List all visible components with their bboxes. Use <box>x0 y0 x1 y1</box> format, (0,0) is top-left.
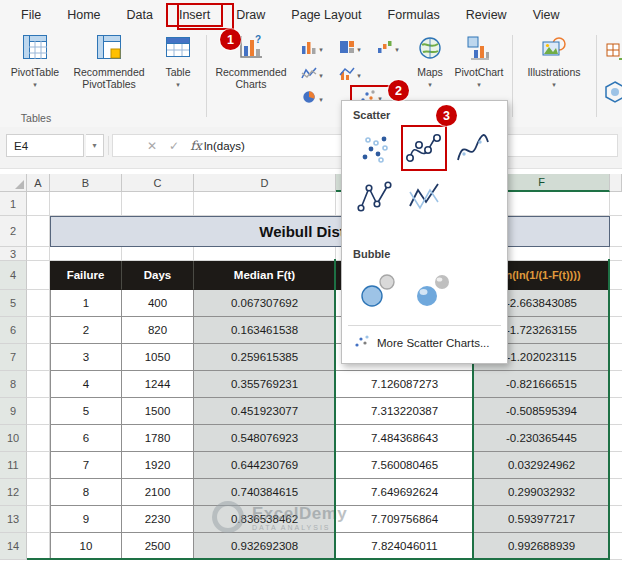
header-cell-failure[interactable]: Failure <box>50 261 122 290</box>
chevron-down-icon[interactable]: ▾ <box>33 81 37 88</box>
cell[interactable] <box>27 261 50 290</box>
pivottable-button[interactable]: PivotTable ▾ <box>8 34 62 88</box>
chevron-down-icon[interactable]: ▾ <box>319 46 323 53</box>
cell-failure[interactable]: 7 <box>50 452 122 479</box>
illustrations-button[interactable]: Illustrations ▾ <box>520 36 588 88</box>
cell-ln-days[interactable]: 7.484368643 <box>336 425 474 452</box>
cell[interactable] <box>27 317 50 344</box>
row-header[interactable]: 7 <box>0 344 27 371</box>
cell[interactable] <box>27 192 50 216</box>
cell[interactable] <box>27 533 50 560</box>
row-header[interactable]: 11 <box>0 452 27 479</box>
cell-failure[interactable]: 10 <box>50 533 122 560</box>
table-button[interactable]: Table ▾ <box>156 34 200 88</box>
cell-failure[interactable]: 4 <box>50 371 122 398</box>
pivotchart-button[interactable]: PivotChart ▾ <box>452 36 506 88</box>
cell-median[interactable]: 0.932692308 <box>194 533 336 560</box>
tab-file[interactable]: File <box>8 3 54 27</box>
cell-median[interactable]: 0.259615385 <box>194 344 336 371</box>
cell[interactable] <box>27 479 50 506</box>
cell-days[interactable]: 2100 <box>122 479 194 506</box>
cell[interactable] <box>50 192 122 216</box>
cell-median[interactable]: 0.451923077 <box>194 398 336 425</box>
cell[interactable] <box>27 371 50 398</box>
cell-median[interactable]: 0.355769231 <box>194 371 336 398</box>
row-header[interactable]: 8 <box>0 371 27 398</box>
pie-chart-button[interactable]: ▾ <box>294 88 330 110</box>
chevron-down-icon[interactable]: ▾ <box>428 81 432 88</box>
cell-lnln[interactable]: 0.032924962 <box>474 452 610 479</box>
row-header[interactable]: 13 <box>0 506 27 533</box>
formula-input[interactable]: ln(days) <box>204 134 245 157</box>
cell-median[interactable]: 0.548076923 <box>194 425 336 452</box>
row-header[interactable]: 14 <box>0 533 27 560</box>
cell[interactable] <box>27 247 50 261</box>
scatter-smooth-lines-markers-option[interactable] <box>402 126 446 170</box>
addins-icon[interactable] <box>606 43 622 69</box>
cell[interactable] <box>27 398 50 425</box>
cell-days[interactable]: 1244 <box>122 371 194 398</box>
cell-days[interactable]: 2500 <box>122 533 194 560</box>
column-header-d[interactable]: D <box>194 174 336 192</box>
cell-median[interactable]: 0.067307692 <box>194 290 336 317</box>
cell[interactable] <box>27 506 50 533</box>
cell-failure[interactable]: 6 <box>50 425 122 452</box>
combo-chart-button[interactable]: ▾ <box>332 64 368 86</box>
cell-days[interactable]: 820 <box>122 317 194 344</box>
cell-lnln[interactable]: 0.299032932 <box>474 479 610 506</box>
cell[interactable] <box>122 192 194 216</box>
scatter-option[interactable] <box>353 126 397 170</box>
cell[interactable] <box>194 192 336 216</box>
tab-data[interactable]: Data <box>114 3 166 27</box>
cell-median[interactable]: 0.836538462 <box>194 506 336 533</box>
cell-days[interactable]: 400 <box>122 290 194 317</box>
chevron-down-icon[interactable]: ▾ <box>319 72 323 79</box>
cancel-icon[interactable]: ✕ <box>142 134 162 157</box>
cell[interactable] <box>194 247 336 261</box>
cell-ln-days[interactable]: 7.313220387 <box>336 398 474 425</box>
cell-lnln[interactable]: 0.992688939 <box>474 533 610 560</box>
select-all-corner[interactable] <box>0 174 27 192</box>
cell-median[interactable]: 0.644230769 <box>194 452 336 479</box>
tab-view[interactable]: View <box>520 3 573 27</box>
cell-days[interactable]: 1500 <box>122 398 194 425</box>
row-header[interactable]: 9 <box>0 398 27 425</box>
cell[interactable] <box>27 216 50 247</box>
more-scatter-charts-item[interactable]: More Scatter Charts... <box>342 330 507 355</box>
tab-insert[interactable]: Insert <box>166 3 223 27</box>
header-cell-days[interactable]: Days <box>122 261 194 290</box>
row-header[interactable]: 5 <box>0 290 27 317</box>
name-box[interactable]: E4 <box>6 134 84 157</box>
cell-lnln[interactable]: 0.593977217 <box>474 506 610 533</box>
maps-button[interactable]: Maps ▾ <box>408 36 452 88</box>
insert-function-icon[interactable]: fx <box>186 134 206 157</box>
sheet-title-cell[interactable]: Weibull Distribution <box>50 216 610 247</box>
cell[interactable] <box>122 247 194 261</box>
shapes-icon[interactable] <box>604 81 622 107</box>
name-box-caret-icon[interactable]: ▾ <box>86 134 104 157</box>
cell[interactable] <box>27 452 50 479</box>
scatter-straight-lines-option[interactable] <box>402 174 446 218</box>
column-header-b[interactable]: B <box>50 174 122 192</box>
chevron-down-icon[interactable]: ▾ <box>319 96 323 103</box>
cell[interactable] <box>27 290 50 317</box>
cell-lnln[interactable]: -0.508595394 <box>474 398 610 425</box>
cell-days[interactable]: 2230 <box>122 506 194 533</box>
tab-formulas[interactable]: Formulas <box>375 3 453 27</box>
cell-median[interactable]: 0.740384615 <box>194 479 336 506</box>
row-header[interactable]: 6 <box>0 317 27 344</box>
scatter-straight-lines-markers-option[interactable] <box>353 174 397 218</box>
chevron-down-icon[interactable]: ▾ <box>357 72 361 79</box>
cell-ln-days[interactable]: 7.709756864 <box>336 506 474 533</box>
tab-draw[interactable]: Draw <box>223 3 278 27</box>
cell-ln-days[interactable]: 7.126087273 <box>336 371 474 398</box>
cell-lnln[interactable]: -0.821666515 <box>474 371 610 398</box>
cell[interactable] <box>27 425 50 452</box>
row-header[interactable]: 12 <box>0 479 27 506</box>
cell-median[interactable]: 0.163461538 <box>194 317 336 344</box>
cell-days[interactable]: 1780 <box>122 425 194 452</box>
bubble-3d-option[interactable] <box>408 265 458 315</box>
chevron-down-icon[interactable]: ▾ <box>357 46 361 53</box>
recommended-pivottables-button[interactable]: Recommended PivotTables <box>66 34 152 91</box>
cell-failure[interactable]: 2 <box>50 317 122 344</box>
